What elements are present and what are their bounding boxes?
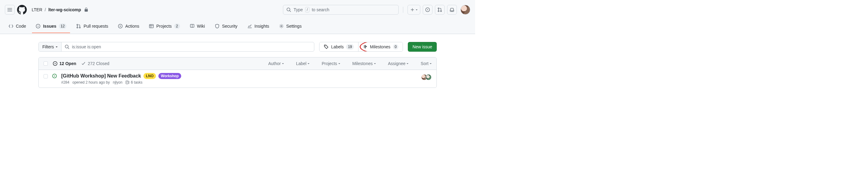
closed-issues-tab[interactable]: 272 Closed [81, 61, 109, 66]
issue-tasks[interactable]: 6 tasks [125, 80, 143, 84]
global-header: LTER / lter-wg-scicomp Type / to search [0, 0, 475, 20]
breadcrumb-owner[interactable]: LTER [32, 7, 42, 12]
svg-point-15 [325, 46, 326, 46]
caret-down-icon [282, 63, 284, 64]
issue-open-icon [52, 74, 57, 79]
tab-projects-count: 2 [174, 24, 180, 29]
tab-security[interactable]: Security [211, 21, 241, 33]
tab-issues-count: 12 [59, 24, 66, 29]
tab-settings[interactable]: Settings [275, 21, 306, 33]
labels-count: 19 [346, 44, 353, 49]
milestone-icon [363, 44, 368, 49]
svg-point-3 [438, 8, 439, 9]
labels-button[interactable]: Labels 19 [319, 42, 358, 51]
issue-author[interactable]: njlyon [113, 80, 122, 84]
issue-label[interactable]: Workshop [158, 73, 181, 79]
svg-point-9 [77, 27, 78, 28]
tab-issues-label: Issues [43, 24, 56, 29]
search-placeholder-before: Type [293, 7, 303, 12]
tab-code-label: Code [16, 24, 26, 29]
tab-wiki[interactable]: Wiki [186, 21, 209, 33]
tab-settings-label: Settings [286, 24, 302, 29]
svg-point-4 [438, 11, 439, 12]
tab-actions-label: Actions [125, 24, 139, 29]
table-icon [149, 24, 154, 29]
git-pull-icon [76, 24, 81, 29]
github-logo[interactable] [17, 5, 27, 14]
filter-assignee[interactable]: Assignee [388, 61, 409, 66]
breadcrumb: LTER / lter-wg-scicomp [32, 7, 88, 12]
create-new-button[interactable] [407, 5, 420, 14]
book-icon [190, 24, 195, 29]
tab-code[interactable]: Code [5, 21, 30, 33]
filters-search-input[interactable] [72, 44, 311, 49]
github-icon [17, 5, 27, 14]
search-icon [65, 44, 69, 49]
open-icon [53, 61, 58, 66]
issues-list-header: 12 Open 272 Closed Author Label Projects… [39, 58, 436, 70]
caret-down-icon [338, 63, 340, 64]
filter-sort[interactable]: Sort [421, 61, 432, 66]
tab-insights-label: Insights [255, 24, 269, 29]
play-circle-icon [118, 24, 123, 29]
issue-title[interactable]: [GitHub Workshop] New Feedback [61, 73, 141, 79]
plus-icon [410, 8, 414, 12]
issue-meta: #284opened 2 hours ago bynjlyon6 tasks [61, 80, 417, 84]
issues-list: 12 Open 272 Closed Author Label Projects… [38, 57, 437, 88]
breadcrumb-repo[interactable]: lter-wg-scicomp [49, 7, 81, 12]
filter-projects[interactable]: Projects [321, 61, 340, 66]
filter-milestones[interactable]: Milestones [352, 61, 376, 66]
open-issues-tab[interactable]: 12 Open [53, 61, 76, 66]
user-avatar[interactable] [461, 5, 470, 14]
filter-author[interactable]: Author [268, 61, 284, 66]
filters-button[interactable]: Filters [39, 42, 62, 51]
svg-rect-12 [150, 24, 154, 28]
issue-checkbox[interactable] [43, 74, 48, 78]
assignee-stack [421, 74, 432, 80]
search-placeholder-after: to search [312, 7, 330, 12]
caret-down-icon [416, 9, 417, 10]
issues-shortcut-button[interactable] [423, 5, 432, 14]
issue-opened-text: opened 2 hours ago by [72, 80, 110, 84]
hamburger-icon [7, 7, 12, 12]
closed-issues-label: 272 Closed [88, 61, 109, 66]
milestones-button[interactable]: Milestones 0 [358, 42, 403, 51]
milestones-button-label: Milestones [370, 44, 391, 49]
pull-requests-shortcut-button[interactable] [435, 5, 445, 14]
new-issue-label: New issue [412, 44, 432, 49]
inbox-icon [450, 7, 455, 12]
filters-search-wrap[interactable] [62, 42, 314, 51]
filters-row: Filters Labels 19 Milestones 0 New issue [38, 42, 437, 52]
tab-pulls-label: Pull requests [84, 24, 108, 29]
breadcrumb-separator: / [45, 7, 46, 12]
global-search[interactable]: Type / to search [283, 5, 399, 14]
checklist-icon [125, 80, 130, 84]
milestones-count: 0 [393, 44, 399, 49]
assignee-avatar[interactable] [426, 74, 432, 80]
tab-pulls[interactable]: Pull requests [72, 21, 112, 33]
issue-label[interactable]: LNO [144, 73, 156, 79]
hamburger-button[interactable] [5, 5, 14, 14]
tab-actions[interactable]: Actions [114, 21, 143, 33]
tab-wiki-label: Wiki [197, 24, 205, 29]
tab-projects[interactable]: Projects 2 [145, 21, 183, 33]
tag-icon [324, 44, 329, 49]
search-kbd: / [305, 7, 309, 12]
new-issue-button[interactable]: New issue [408, 42, 437, 52]
tab-issues[interactable]: Issues 12 [32, 21, 70, 33]
issue-row: [GitHub Workshop] New FeedbackLNOWorksho… [39, 70, 436, 87]
repo-nav: Code Issues 12 Pull requests Actions Pro… [0, 20, 475, 34]
graph-icon [247, 24, 252, 29]
select-all-checkbox[interactable] [43, 62, 48, 66]
git-pull-icon [437, 7, 442, 12]
caret-down-icon [308, 63, 309, 64]
labels-milestones-group: Labels 19 Milestones 0 [319, 42, 403, 52]
shield-icon [215, 24, 220, 29]
tab-insights[interactable]: Insights [244, 21, 273, 33]
filter-label[interactable]: Label [296, 61, 309, 66]
divider [403, 7, 403, 13]
svg-point-13 [281, 25, 282, 27]
notifications-button[interactable] [447, 5, 457, 14]
svg-point-8 [77, 24, 78, 25]
caret-down-icon [430, 63, 432, 64]
